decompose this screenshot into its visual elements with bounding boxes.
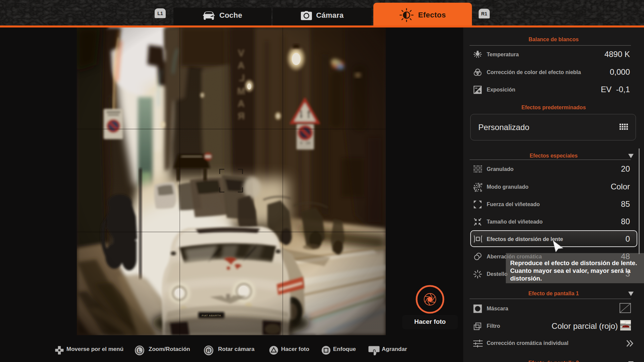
svg-text:R: R	[207, 348, 211, 353]
svg-text:L: L	[138, 348, 141, 353]
